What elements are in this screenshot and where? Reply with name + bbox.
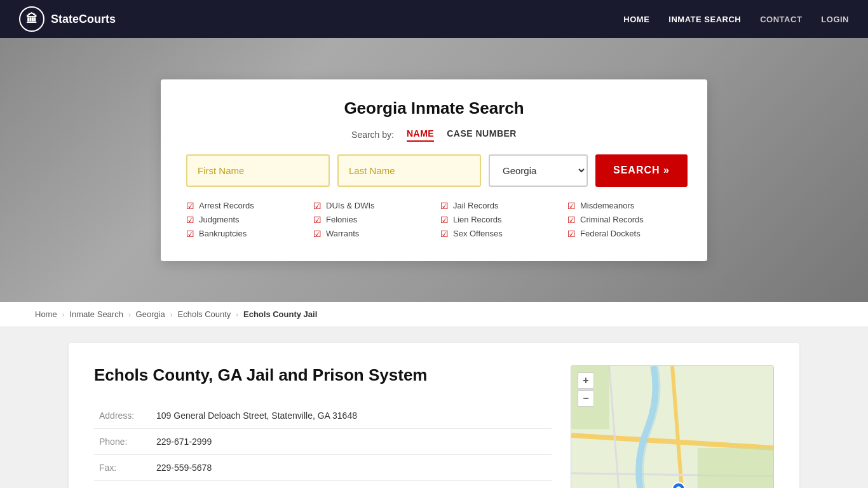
checkbox-label-7: Lien Records: [453, 215, 502, 224]
search-button[interactable]: SEARCH »: [595, 154, 688, 187]
checkbox-warrants: ☑ Warrants: [313, 229, 428, 239]
nav-inmate-search[interactable]: INMATE SEARCH: [668, 15, 741, 24]
checkbox-label-9: Bankruptcies: [199, 229, 247, 238]
main-content: Echols County, GA Jail and Prison System…: [34, 343, 834, 488]
fax-label: Fax:: [94, 455, 151, 481]
search-by-label: Search by:: [351, 130, 394, 140]
map-svg: Statenville: [571, 366, 773, 488]
chevron-icon-3: ›: [170, 311, 173, 318]
checkbox-label-10: Warrants: [326, 229, 359, 238]
svg-rect-6: [698, 448, 773, 488]
checkbox-arrest-records: ☑ Arrest Records: [186, 201, 301, 211]
breadcrumb-current: Echols County Jail: [243, 309, 317, 319]
check-icon-1: ☑: [186, 201, 194, 211]
address-value: 109 General Deloach Street, Statenville,…: [151, 403, 552, 429]
chevron-icon-4: ›: [236, 311, 238, 318]
map-visual: Statenville: [571, 366, 773, 488]
checkbox-label-3: Jail Records: [453, 201, 499, 210]
search-by-row: Search by: NAME CASE NUMBER: [186, 128, 682, 142]
tab-case-number[interactable]: CASE NUMBER: [447, 128, 517, 142]
checkbox-federal-dockets: ☑ Federal Dockets: [567, 229, 682, 239]
table-row-phone: Phone: 229-671-2999: [94, 429, 552, 455]
check-icon-5: ☑: [186, 215, 194, 225]
map-zoom-in[interactable]: +: [578, 372, 594, 389]
breadcrumb: Home › Inmate Search › Georgia › Echols …: [0, 302, 868, 327]
table-row-website: Website: http://www.dcor.state.ga.us/GDC…: [94, 481, 552, 489]
check-icon-6: ☑: [313, 215, 322, 225]
phone-value: 229-671-2999: [151, 429, 552, 455]
check-icon-7: ☑: [440, 215, 449, 225]
checkbox-bankruptcies: ☑ Bankruptcies: [186, 229, 301, 239]
fax-value: 229-559-5678: [151, 455, 552, 481]
breadcrumb-inmate-search[interactable]: Inmate Search: [69, 309, 123, 319]
checkbox-label-8: Criminal Records: [580, 215, 644, 224]
checkbox-criminal-records: ☑ Criminal Records: [567, 215, 682, 225]
checkbox-misdemeanors: ☑ Misdemeanors: [567, 201, 682, 211]
checkbox-jail-records: ☑ Jail Records: [440, 201, 555, 211]
breadcrumb-georgia[interactable]: Georgia: [136, 309, 165, 319]
table-row-address: Address: 109 General Deloach Street, Sta…: [94, 403, 552, 429]
breadcrumb-echols-county[interactable]: Echols County: [178, 309, 231, 319]
map-controls: + −: [578, 372, 594, 407]
checkbox-felonies: ☑ Felonies: [313, 215, 428, 225]
checkbox-label-5: Judgments: [199, 215, 240, 224]
check-icon-8: ☑: [567, 215, 576, 225]
map-container: + − S: [571, 365, 774, 488]
brand-icon: 🏛: [19, 6, 44, 32]
state-select[interactable]: Georgia Alabama Florida Tennessee South …: [489, 154, 588, 187]
checkbox-label-2: DUIs & DWIs: [326, 201, 375, 210]
checkbox-duis-dwis: ☑ DUIs & DWIs: [313, 201, 428, 211]
chevron-icon-2: ›: [128, 311, 131, 318]
check-icon-2: ☑: [313, 201, 322, 211]
check-icon-3: ☑: [440, 201, 449, 211]
nav-links: HOME INMATE SEARCH CONTACT LOGIN: [623, 14, 849, 24]
checkbox-grid: ☑ Arrest Records ☑ DUIs & DWIs ☑ Jail Re…: [186, 201, 682, 239]
address-label: Address:: [94, 403, 151, 429]
checkbox-label-6: Felonies: [326, 215, 357, 224]
table-row-fax: Fax: 229-559-5678: [94, 455, 552, 481]
brand-link[interactable]: 🏛 StateCourts: [19, 6, 116, 32]
checkbox-judgments: ☑ Judgments: [186, 215, 301, 225]
nav-home[interactable]: HOME: [623, 15, 649, 24]
map-zoom-out[interactable]: −: [578, 390, 594, 407]
hero-section: COURTHOUSE Georgia Inmate Search Search …: [0, 38, 868, 302]
last-name-input[interactable]: [337, 154, 481, 187]
facility-title: Echols County, GA Jail and Prison System: [94, 365, 552, 385]
breadcrumb-home[interactable]: Home: [35, 309, 57, 319]
website-value: http://www.dcor.state.ga.us/GDC/Facility…: [151, 481, 552, 489]
tab-name[interactable]: NAME: [407, 128, 434, 142]
nav-contact[interactable]: CONTACT: [760, 15, 802, 24]
search-title: Georgia Inmate Search: [186, 98, 682, 118]
checkbox-label-1: Arrest Records: [199, 201, 254, 210]
nav-login[interactable]: LOGIN: [821, 15, 849, 24]
check-icon-11: ☑: [440, 229, 449, 239]
check-icon-4: ☑: [567, 201, 576, 211]
brand-name: StateCourts: [51, 13, 116, 26]
content-card: Echols County, GA Jail and Prison System…: [69, 343, 799, 488]
search-fields: Georgia Alabama Florida Tennessee South …: [186, 154, 682, 187]
checkbox-label-12: Federal Dockets: [580, 229, 641, 238]
first-name-input[interactable]: [186, 154, 330, 187]
info-table: Address: 109 General Deloach Street, Sta…: [94, 403, 552, 488]
check-icon-12: ☑: [567, 229, 576, 239]
checkbox-label-4: Misdemeanors: [580, 201, 634, 210]
facility-info: Echols County, GA Jail and Prison System…: [94, 365, 552, 488]
check-icon-9: ☑: [186, 229, 194, 239]
chevron-icon-1: ›: [62, 311, 65, 318]
navbar: 🏛 StateCourts HOME INMATE SEARCH CONTACT…: [0, 0, 868, 38]
checkbox-lien-records: ☑ Lien Records: [440, 215, 555, 225]
check-icon-10: ☑: [313, 229, 322, 239]
checkbox-label-11: Sex Offenses: [453, 229, 503, 238]
checkbox-sex-offenses: ☑ Sex Offenses: [440, 229, 555, 239]
website-label: Website:: [94, 481, 151, 489]
search-card: Georgia Inmate Search Search by: NAME CA…: [161, 79, 707, 261]
phone-label: Phone:: [94, 429, 151, 455]
